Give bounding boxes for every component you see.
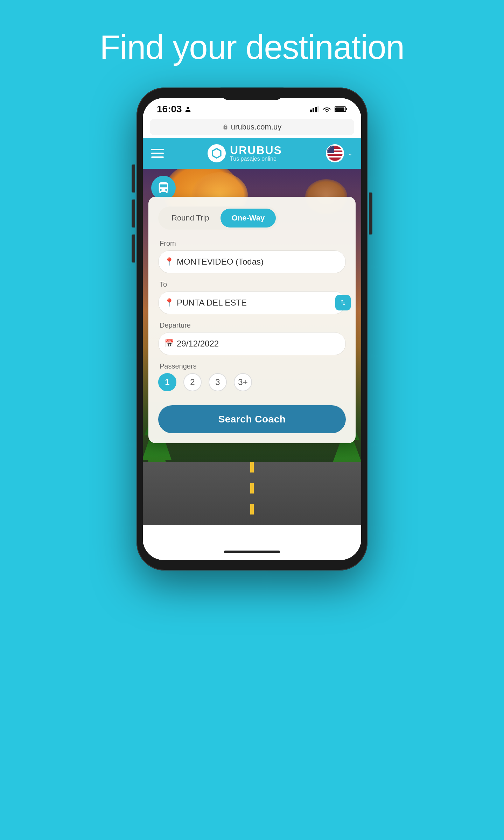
search-coach-button[interactable]: Search Coach <box>158 405 346 433</box>
page-title: Find your destination <box>100 28 404 66</box>
hamburger-menu-icon[interactable] <box>151 149 164 158</box>
location-icon-to: 📍 <box>164 298 174 307</box>
phone-frame: 16:03 <box>136 88 368 570</box>
status-time: 16:03 <box>157 104 191 115</box>
departure-label: Departure <box>160 321 346 329</box>
svg-rect-3 <box>317 106 319 112</box>
svg-rect-0 <box>310 110 312 112</box>
to-input[interactable]: PUNTA DEL ESTE <box>158 291 346 314</box>
urubus-logo-shape <box>211 147 223 159</box>
person-icon <box>185 106 191 112</box>
swap-button[interactable] <box>335 295 351 310</box>
trip-tabs: Round Trip One-Way <box>158 206 278 230</box>
departure-input-wrapper: 📅 29/12/2022 <box>158 332 346 355</box>
battery-icon <box>335 106 347 112</box>
svg-rect-2 <box>315 107 317 112</box>
passenger-3plus-button[interactable]: 3+ <box>234 373 252 391</box>
chevron-down-icon: ⌄ <box>348 149 353 157</box>
svg-rect-5 <box>346 108 347 110</box>
from-input[interactable]: MONTEVIDEO (Todas) <box>158 250 346 273</box>
swap-icon <box>339 299 347 307</box>
svg-rect-1 <box>313 108 314 112</box>
app-header: URUBUS Tus pasajes online ⌄ <box>143 138 361 169</box>
passenger-1-button[interactable]: 1 <box>158 373 176 391</box>
phone-screen: 16:03 <box>143 98 361 560</box>
to-input-wrapper: 📍 PUNTA DEL ESTE <box>158 291 346 314</box>
status-bar: 16:03 <box>143 98 361 118</box>
svg-rect-6 <box>335 107 344 111</box>
us-flag-icon <box>327 146 343 161</box>
road-line <box>250 462 254 525</box>
home-bar <box>224 551 280 553</box>
url-bar[interactable]: urubus.com.uy <box>150 119 354 135</box>
language-flag-button[interactable] <box>326 144 344 162</box>
logo-icon <box>208 144 226 162</box>
lock-icon <box>223 124 228 130</box>
logo-area: URUBUS Tus pasajes online <box>208 144 282 162</box>
url-text: urubus.com.uy <box>231 122 281 132</box>
passengers-label: Passengers <box>160 362 346 370</box>
logo-name: URUBUS <box>230 145 282 156</box>
departure-input[interactable]: 29/12/2022 <box>158 332 346 355</box>
round-trip-tab[interactable]: Round Trip <box>160 209 220 227</box>
location-icon-from: 📍 <box>164 257 174 266</box>
to-field-group: To 📍 PUNTA DEL ESTE <box>158 280 346 314</box>
from-field-group: From 📍 MONTEVIDEO (Todas) <box>158 239 346 273</box>
hero-area: Round Trip One-Way From 📍 MONTEVIDEO (To… <box>143 169 361 525</box>
road <box>143 462 361 525</box>
calendar-icon: 📅 <box>164 339 174 348</box>
phone-notch <box>220 88 284 100</box>
to-label: To <box>160 280 346 288</box>
logo-tagline: Tus pasajes online <box>230 156 282 162</box>
signal-icon <box>310 106 319 112</box>
passengers-field-group: Passengers 1 2 3 3+ <box>158 362 346 391</box>
search-card: Round Trip One-Way From 📍 MONTEVIDEO (To… <box>148 197 356 443</box>
svg-rect-10 <box>327 156 343 158</box>
status-icons <box>310 106 347 112</box>
wifi-icon <box>323 106 331 112</box>
passengers-row: 1 2 3 3+ <box>158 373 346 391</box>
one-way-tab[interactable]: One-Way <box>220 209 276 227</box>
bottom-area <box>143 525 361 560</box>
bus-icon <box>156 181 170 195</box>
departure-field-group: Departure 📅 29/12/2022 <box>158 321 346 355</box>
logo-text: URUBUS Tus pasajes online <box>230 145 282 162</box>
from-input-wrapper: 📍 MONTEVIDEO (Todas) <box>158 250 346 273</box>
passenger-3-button[interactable]: 3 <box>209 373 227 391</box>
from-label: From <box>160 239 346 247</box>
passenger-2-button[interactable]: 2 <box>183 373 202 391</box>
